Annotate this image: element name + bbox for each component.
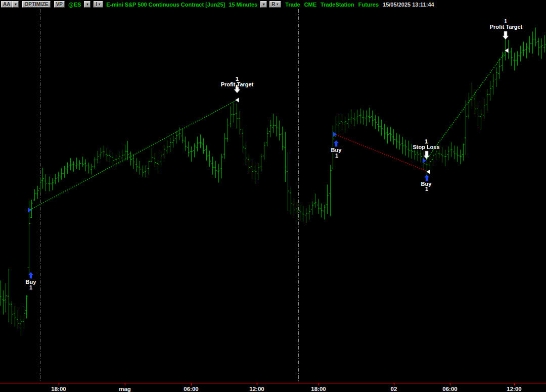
buy-arrow <box>424 175 430 181</box>
price-chart[interactable]: Buy11Profit TargetBuy11Stop LossBuy11Pro… <box>0 0 546 392</box>
range-button[interactable]: R▼ <box>269 1 281 8</box>
trade-label: 1 <box>335 153 338 159</box>
exit-arrow <box>503 31 509 39</box>
chevron-down-icon: ▼ <box>85 3 89 6</box>
trade-line-win <box>30 101 236 210</box>
x-axis-label: 18:00 <box>51 386 66 392</box>
x-axis-label: 06:00 <box>442 386 457 392</box>
datetime-label: 15/05/2025 13:11:44 <box>383 2 434 8</box>
interval-label: 15 Minutes <box>229 2 257 8</box>
x-axis-label: 06:00 <box>184 386 198 392</box>
trade-label: Stop Loss <box>413 144 439 150</box>
chevron-down-icon: ▼ <box>262 3 265 6</box>
optimize-button[interactable]: OPTIMIZE <box>22 1 50 8</box>
interval-quick-button[interactable]: I▼ <box>94 1 103 8</box>
symbol-label: @ES <box>68 2 81 8</box>
aa-button[interactable]: AA <box>1 1 12 8</box>
aa-dropdown-button[interactable]: ▼ <box>12 1 19 8</box>
interval-quick-label: I <box>96 2 97 7</box>
trade-label: Profit Target <box>221 81 254 87</box>
x-axis-label: 12:00 <box>249 386 264 392</box>
x-axis-label: 12:00 <box>507 386 521 392</box>
vp-button[interactable]: VP <box>54 1 65 8</box>
buy-arrow <box>334 140 339 147</box>
chart-toolbar: AA ▼ OPTIMIZE VP @ES ▼ I▼ E-mini S&P 500… <box>0 0 546 9</box>
chevron-down-icon: ▼ <box>98 3 101 6</box>
ohlc-bars <box>0 27 546 335</box>
x-axis-label: 18:00 <box>311 386 326 392</box>
interval-dropdown-button[interactable]: ▼ <box>260 1 267 8</box>
chevron-down-icon: ▼ <box>14 3 17 6</box>
tradestation-window: AA ▼ OPTIMIZE VP @ES ▼ I▼ E-mini S&P 500… <box>0 0 546 392</box>
trade-label: Trade <box>285 2 300 8</box>
exit-arrow <box>424 151 430 159</box>
exit-price-triangle <box>235 97 239 103</box>
trade-label: Profit Target <box>490 24 523 30</box>
exchange-label: CME <box>304 2 316 8</box>
x-axis-label: mag <box>119 386 131 392</box>
platform-label: TradeStation <box>321 2 354 8</box>
trade-line-loss <box>336 135 427 171</box>
entry-price-triangle <box>28 208 31 213</box>
chevron-down-icon: ▼ <box>276 3 279 6</box>
x-axis-label: 02 <box>391 386 397 392</box>
range-label: R <box>271 2 275 7</box>
category-label: Futures <box>358 2 379 8</box>
symbol-dropdown-button[interactable]: ▼ <box>84 1 90 8</box>
contract-title: E-mini S&P 500 Continuous Contract [Jun2… <box>106 2 225 8</box>
trade-label: 1 <box>29 284 32 290</box>
entry-price-triangle <box>423 158 426 163</box>
trade-label: 1 <box>425 186 428 192</box>
